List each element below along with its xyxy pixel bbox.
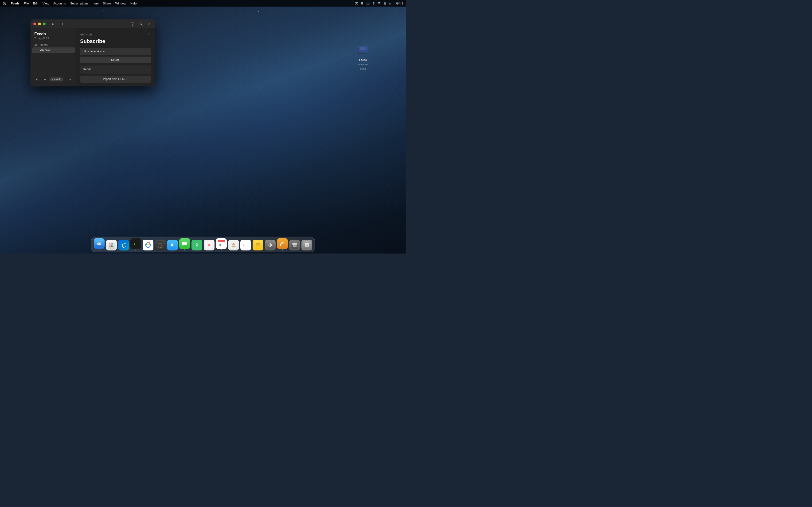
sidebar-toolbar: ★ ≡ ≡ ALL −: [31, 74, 77, 84]
svg-rect-77: [292, 243, 297, 244]
terminal-icon: $_: [131, 238, 141, 249]
dock-item-trash[interactable]: [301, 240, 312, 250]
close-button[interactable]: [33, 22, 36, 25]
finder-icon: [94, 238, 105, 249]
dock-item-calendar[interactable]: 8 3月: [216, 238, 227, 250]
url-input[interactable]: [80, 48, 151, 55]
date-time[interactable]: 3月8日: [394, 1, 403, 5]
dock-item-photos[interactable]: [204, 240, 214, 250]
search-button[interactable]: [138, 21, 144, 27]
svg-point-69: [269, 244, 271, 246]
source-item-mastodon[interactable]: Mastodon ›: [80, 73, 151, 74]
menubar-app-name[interactable]: Feeds: [11, 2, 20, 5]
refresh-button[interactable]: ↻: [50, 21, 56, 27]
svg-point-17: [112, 243, 113, 244]
dock-item-edge[interactable]: [118, 240, 129, 250]
maps-icon: [192, 240, 202, 250]
svg-rect-62: [254, 241, 262, 249]
appstore-icon: A: [167, 240, 178, 250]
dock-item-maps[interactable]: [192, 240, 202, 250]
dock-item-finder[interactable]: [94, 238, 105, 250]
wifi-icon[interactable]: [377, 2, 381, 5]
maximize-button[interactable]: [43, 22, 46, 25]
dock-item-reminders[interactable]: [240, 240, 251, 250]
svg-point-34: [160, 245, 161, 246]
bluetooth-icon[interactable]: B: [361, 2, 363, 5]
sidebar-app-title: Feeds: [34, 32, 72, 36]
dock-item-archiver[interactable]: [289, 240, 300, 250]
dock-item-reeder[interactable]: [277, 238, 288, 250]
calendar-dot: [221, 249, 222, 250]
menubar-window[interactable]: Window: [115, 2, 126, 5]
menubar-file[interactable]: File: [24, 2, 29, 5]
source-item-reddit[interactable]: Reddit ›: [80, 65, 151, 73]
menubar: ⌘ Feeds File Edit View Accounts Subscrip…: [0, 0, 406, 7]
svg-rect-66: [256, 243, 260, 244]
dock-item-messages[interactable]: [179, 238, 190, 250]
minimize-button[interactable]: [38, 22, 41, 25]
svg-point-54: [233, 243, 235, 245]
sidebar-item-archive[interactable]: ☰ Archive: [32, 47, 75, 53]
unread-dot[interactable]: [44, 78, 46, 80]
dock-item-notes[interactable]: [253, 240, 263, 250]
chrome-icon: [143, 240, 153, 250]
all-filter-icon: ≡: [52, 78, 53, 81]
menubar-accounts[interactable]: Accounts: [53, 2, 66, 5]
star-filter-button[interactable]: ★: [33, 76, 40, 82]
scripting-icon[interactable]: S: [373, 2, 375, 5]
menubar-edit[interactable]: Edit: [33, 2, 38, 5]
feeds-widget-subtitle2: items: [360, 68, 366, 70]
apple-menu[interactable]: ⌘: [3, 1, 7, 6]
headphones-icon[interactable]: 🎧: [366, 2, 370, 5]
sidebar-header: Feeds Today, 09:25: [31, 32, 77, 42]
menubar-view[interactable]: View: [43, 2, 49, 5]
calculator-icon: [155, 240, 166, 250]
modal-close-button[interactable]: ✕: [147, 32, 151, 37]
menubar-item[interactable]: Item: [93, 2, 98, 5]
sidebar-date: Today, 09:25: [34, 37, 72, 40]
control-center-icon[interactable]: ⊟: [384, 2, 386, 5]
menubar-left: ⌘ Feeds File Edit View Accounts Subscrip…: [3, 1, 137, 6]
messages-dot: [184, 249, 185, 250]
input-source-icon[interactable]: 文: [355, 1, 358, 5]
svg-rect-71: [270, 246, 271, 247]
close-panel-button[interactable]: ✕: [147, 21, 152, 27]
dock-item-contacts[interactable]: [228, 240, 239, 250]
notes-icon: [253, 240, 263, 250]
dock-item-chrome[interactable]: [143, 240, 153, 250]
svg-text:8: 8: [219, 243, 221, 247]
svg-rect-5: [359, 46, 368, 52]
dock: $_: [91, 237, 315, 252]
reddit-arrow-icon: ›: [148, 68, 149, 71]
search-button[interactable]: Search: [80, 57, 151, 63]
import-opml-button[interactable]: Import from OPML...: [80, 75, 151, 82]
star-4: [258, 11, 259, 12]
feeds-desktop-widget[interactable]: Feeds No unread items: [356, 44, 369, 70]
modal-header: Archive ✕: [80, 32, 151, 37]
svg-point-35: [161, 245, 162, 246]
all-filter-button[interactable]: ≡ ≡ ALL: [50, 77, 63, 81]
dock-item-preferences[interactable]: [265, 240, 275, 250]
search-icon[interactable]: ⌕: [389, 2, 391, 5]
dock-item-launchpad[interactable]: [106, 240, 117, 250]
app-window: ↻ + ✕ Feeds Today, 09:25 All Items ☰ Arc…: [31, 19, 155, 87]
menubar-share[interactable]: Share: [103, 2, 111, 5]
titlebar-right-actions: ✕: [130, 21, 152, 27]
svg-point-61: [243, 246, 244, 246]
collapse-button[interactable]: −: [67, 76, 73, 82]
check-button[interactable]: [130, 21, 135, 27]
launchpad-icon: [106, 240, 117, 250]
svg-point-38: [161, 247, 162, 248]
svg-point-20: [112, 244, 113, 246]
menubar-help[interactable]: Help: [131, 2, 137, 5]
dock-item-calculator[interactable]: [155, 240, 166, 250]
dock-item-appstore[interactable]: A: [167, 240, 178, 250]
svg-text:A: A: [170, 243, 173, 247]
add-button[interactable]: +: [60, 21, 65, 27]
sidebar: Feeds Today, 09:25 All Items ☰ Archive ★…: [31, 29, 77, 87]
dock-item-terminal[interactable]: $_: [131, 238, 141, 250]
all-filter-label: ≡ ALL: [54, 78, 61, 81]
feeds-widget-subtitle: No unread: [358, 63, 369, 66]
menubar-subscriptions[interactable]: Subscriptions: [70, 2, 88, 5]
svg-point-22: [111, 246, 112, 247]
